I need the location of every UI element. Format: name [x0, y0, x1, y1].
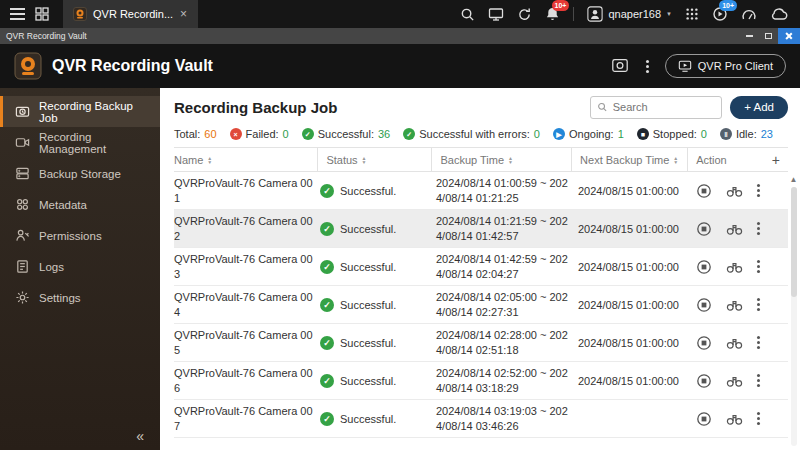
- search-input[interactable]: [613, 101, 716, 113]
- column-header-status[interactable]: Status ▲▼: [317, 148, 431, 171]
- app-window: QVR Recordin... × 10+ qnaper168 ▼: [0, 0, 800, 450]
- sidebar-collapse-icon[interactable]: «: [136, 428, 144, 444]
- column-header-next-backup-time[interactable]: Next Backup Time ▲▼: [571, 148, 687, 171]
- next-backup-time: 2024/08/15 01:00:00: [578, 261, 696, 273]
- backup-time: 2024/08/14 01:00:59 ~ 2024/08/14 01:21:2…: [436, 176, 578, 206]
- maximize-icon[interactable]: [759, 28, 778, 44]
- backup-time: 2024/08/14 01:21:59 ~ 2024/08/14 01:42:5…: [436, 214, 578, 244]
- main-menu-icon[interactable]: [10, 8, 25, 20]
- media-console-icon[interactable]: [488, 6, 504, 22]
- table-row[interactable]: QVRProVault-76 Camera 002 ✓ Successful. …: [174, 210, 788, 248]
- scrollbar-thumb[interactable]: [791, 187, 797, 297]
- app-grid-icon[interactable]: [685, 7, 699, 21]
- job-status: ✓ Successful.: [320, 298, 436, 312]
- table-row[interactable]: QVRProVault-76 Camera 001 ✓ Successful. …: [174, 172, 788, 210]
- column-header-name[interactable]: Name ▲▼: [174, 148, 317, 171]
- job-status: ✓ Successful.: [320, 412, 436, 426]
- job-name: QVRProVault-76 Camera 001: [174, 176, 320, 206]
- table-row[interactable]: QVRProVault-76 Camera 005 ✓ Successful. …: [174, 324, 788, 362]
- search-icon[interactable]: [460, 7, 475, 22]
- row-menu-icon[interactable]: [757, 379, 760, 382]
- backup-job-table: Name ▲▼ Status ▲▼ Backup Time ▲▼ Next Ba…: [174, 147, 788, 438]
- more-options-icon[interactable]: [646, 65, 649, 68]
- success-check-icon: ✓: [320, 260, 334, 274]
- next-backup-time: 2024/08/15 01:00:00: [578, 223, 696, 235]
- view-details-icon[interactable]: [726, 298, 743, 312]
- minimize-icon[interactable]: [740, 28, 759, 44]
- stop-job-icon[interactable]: [696, 297, 712, 313]
- stop-job-icon[interactable]: [696, 335, 712, 351]
- app-tab[interactable]: QVR Recordin... ×: [63, 0, 198, 28]
- column-header-action: Action: [687, 148, 772, 171]
- stop-job-icon[interactable]: [696, 259, 712, 275]
- cloud-icon[interactable]: [770, 8, 788, 20]
- row-menu-icon[interactable]: [757, 341, 760, 344]
- table-header: Name ▲▼ Status ▲▼ Backup Time ▲▼ Next Ba…: [174, 147, 788, 172]
- stop-job-icon[interactable]: [696, 411, 712, 427]
- stat-stopped: ■ Stopped: 0: [637, 128, 707, 140]
- row-actions: [696, 221, 782, 237]
- sidebar-item-recording-backup-job[interactable]: Recording Backup Job: [0, 96, 160, 127]
- view-details-icon[interactable]: [726, 184, 743, 198]
- notifications-bell-icon[interactable]: 10+: [545, 6, 560, 22]
- permissions-icon: [15, 228, 30, 243]
- view-details-icon[interactable]: [726, 260, 743, 274]
- success-check-icon: ✓: [320, 222, 334, 236]
- task-badge: 10+: [719, 0, 737, 11]
- stop-job-icon[interactable]: [696, 373, 712, 389]
- view-details-icon[interactable]: [726, 374, 743, 388]
- sidebar-item-permissions[interactable]: Permissions: [0, 220, 160, 251]
- camera-monitor-icon[interactable]: [610, 57, 630, 75]
- sidebar-item-settings[interactable]: Settings: [0, 282, 160, 313]
- row-menu-icon[interactable]: [757, 227, 760, 230]
- sidebar-item-recording-management[interactable]: Recording Management: [0, 127, 160, 158]
- status-summary: Total: 60 × Failed: 0 ✓ Successful: 36 ✓…: [174, 128, 788, 140]
- row-menu-icon[interactable]: [757, 265, 760, 268]
- scroll-up-icon[interactable]: ▲: [790, 176, 798, 184]
- view-details-icon[interactable]: [726, 412, 743, 426]
- column-header-backup-time[interactable]: Backup Time ▲▼: [431, 148, 571, 171]
- job-name: QVRProVault-76 Camera 004: [174, 290, 320, 320]
- table-row[interactable]: QVRProVault-76 Camera 004 ✓ Successful. …: [174, 286, 788, 324]
- view-details-icon[interactable]: [726, 336, 743, 350]
- sort-icon[interactable]: ▲▼: [362, 156, 367, 164]
- add-button[interactable]: + Add: [730, 96, 788, 119]
- main-content: Recording Backup Job + Add Total: 60 × F…: [160, 88, 800, 450]
- table-row[interactable]: QVRProVault-76 Camera 006 ✓ Successful. …: [174, 362, 788, 400]
- app-header: QVR Recording Vault QVR Pro Client: [0, 44, 800, 88]
- tab-close-icon[interactable]: ×: [179, 8, 188, 20]
- window-titlebar[interactable]: QVR Recording Vault: [0, 28, 800, 44]
- gear-icon: [15, 290, 30, 305]
- close-icon[interactable]: [778, 28, 800, 44]
- user-menu[interactable]: qnaper168 ▼: [587, 6, 672, 22]
- row-menu-icon[interactable]: [757, 189, 760, 192]
- row-menu-icon[interactable]: [757, 303, 760, 306]
- user-icon: [587, 6, 603, 22]
- row-menu-icon[interactable]: [757, 417, 760, 420]
- background-tasks-icon[interactable]: 10+: [712, 6, 728, 22]
- search-box[interactable]: [590, 96, 722, 119]
- successful-with-errors-icon: ✓: [403, 128, 415, 140]
- sidebar-item-backup-storage[interactable]: Backup Storage: [0, 158, 160, 189]
- scrollbar-track[interactable]: [791, 187, 797, 446]
- scrollbar[interactable]: ▲: [788, 176, 799, 446]
- resource-monitor-icon[interactable]: [741, 7, 757, 21]
- sort-icon[interactable]: ▲▼: [673, 156, 678, 164]
- qvr-pro-client-button[interactable]: QVR Pro Client: [665, 54, 786, 78]
- table-row[interactable]: QVRProVault-76 Camera 007 ✓ Successful. …: [174, 400, 788, 438]
- stop-job-icon[interactable]: [696, 183, 712, 199]
- sidebar-item-metadata[interactable]: Metadata: [0, 189, 160, 220]
- refresh-icon[interactable]: [517, 7, 532, 22]
- backup-time: 2024/08/14 02:28:00 ~ 2024/08/14 02:51:1…: [436, 328, 578, 358]
- table-row[interactable]: QVRProVault-76 Camera 003 ✓ Successful. …: [174, 248, 788, 286]
- sort-icon[interactable]: ▲▼: [207, 156, 212, 164]
- stat-successful-with-errors: ✓ Successful with errors: 0: [403, 128, 540, 140]
- success-check-icon: ✓: [320, 374, 334, 388]
- sidebar-item-logs[interactable]: Logs: [0, 251, 160, 282]
- sort-icon[interactable]: ▲▼: [508, 156, 513, 164]
- show-desktop-icon[interactable]: [35, 7, 49, 21]
- view-details-icon[interactable]: [726, 222, 743, 236]
- job-status: ✓ Successful.: [320, 222, 436, 236]
- add-column-button[interactable]: +: [772, 152, 788, 168]
- stop-job-icon[interactable]: [696, 221, 712, 237]
